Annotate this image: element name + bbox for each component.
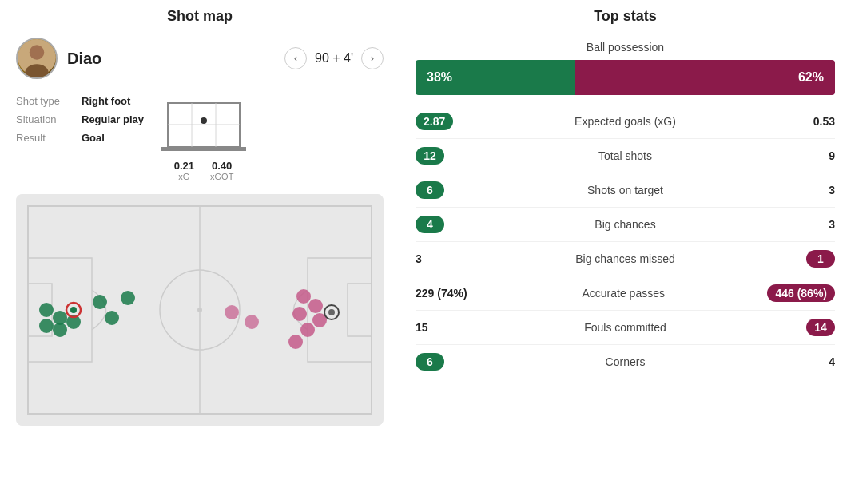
shot-map-title: Shot map <box>16 8 384 25</box>
stat-label: Corners <box>479 355 771 368</box>
stat-label: Expected goals (xG) <box>479 115 771 128</box>
stat-right-val: 14 <box>771 319 835 336</box>
stat-row: 15Fouls committed14 <box>416 311 835 345</box>
stat-label: Total shots <box>479 149 771 162</box>
svg-point-30 <box>292 307 307 321</box>
left-panel: Shot map Diao ‹ 90 + 4' › <box>0 8 400 426</box>
stat-left-val: 2.87 <box>416 113 479 130</box>
stat-right-val: 9 <box>771 149 835 162</box>
possession-bar: 38% 62% <box>416 60 835 95</box>
goal-stats: 0.21 xG 0.40 xGOT <box>174 160 234 181</box>
svg-point-35 <box>328 309 335 315</box>
stat-left-val: 6 <box>416 181 479 199</box>
situation-value: Regular play <box>82 113 144 125</box>
stat-left-val: 229 (74%) <box>416 287 479 300</box>
stat-label: Big chances missed <box>479 252 771 265</box>
shot-details-left: Shot type Right foot Situation Regular p… <box>16 95 144 181</box>
next-button[interactable]: › <box>361 47 384 69</box>
svg-point-24 <box>70 307 77 313</box>
stat-row: 4Big chances3 <box>416 208 835 242</box>
stat-row: 229 (74%)Accurate passes446 (86%) <box>416 276 835 311</box>
stat-label: Fouls committed <box>479 321 771 334</box>
svg-point-18 <box>39 303 54 317</box>
svg-point-28 <box>296 289 311 304</box>
svg-rect-8 <box>161 147 246 151</box>
shot-type-row: Shot type Right foot <box>16 95 144 107</box>
prev-button[interactable]: ‹ <box>284 47 307 69</box>
stat-row: 3Big chances missed1 <box>416 242 835 276</box>
nav-controls: ‹ 90 + 4' › <box>284 47 384 69</box>
stat-label: Accurate passes <box>479 287 767 300</box>
xgot-label: xGOT <box>210 172 233 181</box>
shot-type-value: Right foot <box>82 95 130 107</box>
svg-rect-3 <box>168 103 240 147</box>
stat-row: 12Total shots9 <box>416 139 835 173</box>
xg-stat: 0.21 xG <box>174 160 194 181</box>
avatar <box>16 38 58 79</box>
shot-type-label: Shot type <box>16 95 72 107</box>
shot-details-wrapper: Shot type Right foot Situation Regular p… <box>16 95 384 181</box>
stat-right-val: 1 <box>771 250 835 268</box>
stat-right-val: 4 <box>771 355 835 368</box>
pitch-svg <box>16 194 384 426</box>
stat-right-val: 3 <box>771 184 835 196</box>
svg-point-19 <box>39 319 54 333</box>
stat-right-val: 3 <box>771 218 835 231</box>
svg-point-26 <box>121 291 135 305</box>
pitch-container <box>16 194 384 426</box>
player-name: Diao <box>67 50 275 68</box>
situation-label: Situation <box>16 113 72 125</box>
goal-diagram: 0.21 xG 0.40 xGOT <box>160 95 248 181</box>
possession-green: 38% <box>416 60 575 95</box>
svg-point-1 <box>30 45 44 59</box>
xg-label: xG <box>178 172 189 181</box>
svg-point-36 <box>225 305 239 319</box>
right-panel: Top stats Ball possession 38% 62% 2.87Ex… <box>400 8 851 426</box>
svg-point-21 <box>53 323 67 337</box>
result-label: Result <box>16 132 72 144</box>
situation-row: Situation Regular play <box>16 113 144 125</box>
player-header: Diao ‹ 90 + 4' › <box>16 38 384 79</box>
top-stats-title: Top stats <box>416 8 835 25</box>
svg-point-27 <box>105 311 119 325</box>
stat-left-val: 6 <box>416 353 479 371</box>
svg-point-25 <box>93 295 107 309</box>
result-row: Result Goal <box>16 132 144 144</box>
result-value: Goal <box>82 132 105 144</box>
stat-left-val: 15 <box>416 321 479 334</box>
stat-right-val: 446 (86%) <box>767 284 835 302</box>
svg-point-33 <box>288 335 303 349</box>
stat-right-val: 0.53 <box>771 115 835 128</box>
stat-left-val: 3 <box>416 252 479 265</box>
xg-value: 0.21 <box>174 160 194 172</box>
stat-left-val: 12 <box>416 147 479 165</box>
stat-label: Shots on target <box>479 184 771 196</box>
stat-row: 6Shots on target3 <box>416 173 835 208</box>
stat-row: 6Corners4 <box>416 345 835 379</box>
xgot-stat: 0.40 xGOT <box>210 160 233 181</box>
svg-point-29 <box>308 299 323 313</box>
possession-label: Ball possession <box>416 41 835 54</box>
svg-point-7 <box>201 117 207 124</box>
stats-container: 2.87Expected goals (xG)0.5312Total shots… <box>416 105 835 379</box>
stat-label: Big chances <box>479 218 771 231</box>
stat-left-val: 4 <box>416 216 479 233</box>
time-badge: 90 + 4' <box>315 51 353 65</box>
stat-row: 2.87Expected goals (xG)0.53 <box>416 105 835 139</box>
svg-point-37 <box>245 315 259 329</box>
possession-pink: 62% <box>575 60 836 95</box>
xgot-value: 0.40 <box>212 160 232 172</box>
svg-point-32 <box>300 323 315 337</box>
